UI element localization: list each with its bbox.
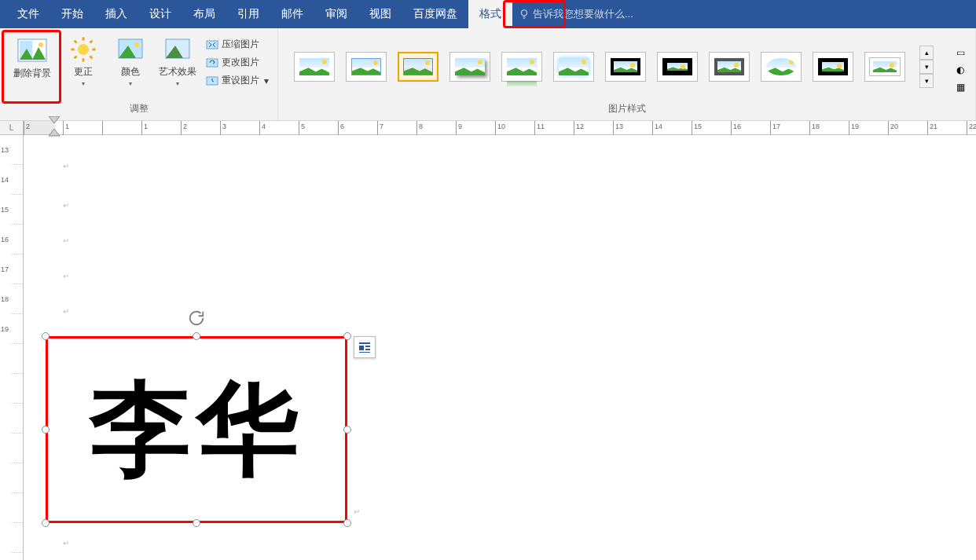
svg-rect-27 xyxy=(359,346,364,350)
change-icon xyxy=(206,57,218,69)
svg-point-17 xyxy=(134,42,139,47)
gallery-expand[interactable]: ▾ xyxy=(919,74,934,88)
tab-format[interactable]: 格式 xyxy=(468,0,512,28)
style-border[interactable] xyxy=(346,52,387,82)
chevron-down-icon: ▾ xyxy=(176,80,179,87)
ribbon: 删除背景 更正 ▾ 颜色 ▾ 艺术效果 ▾ 压缩图片 xyxy=(0,28,976,121)
tab-review[interactable]: 审阅 xyxy=(314,0,358,28)
chevron-down-icon: ▾ xyxy=(129,80,132,87)
lightbulb-icon xyxy=(519,9,530,20)
picture-effects-button[interactable]: ◐ xyxy=(956,64,970,77)
chevron-down-icon: ▾ xyxy=(264,75,269,86)
svg-line-11 xyxy=(74,41,76,43)
style-glow[interactable] xyxy=(553,52,594,82)
picture-layout-button[interactable]: ▦ xyxy=(956,82,970,94)
svg-rect-21 xyxy=(207,41,218,49)
tell-me-input[interactable]: 告诉我您想要做什么... xyxy=(519,7,633,21)
paragraph-mark: ↵ xyxy=(63,201,69,210)
paragraph-mark: ↵ xyxy=(63,272,69,280)
style-reflect[interactable] xyxy=(501,52,542,82)
gallery-scroll: ▴ ▾ ▾ xyxy=(919,46,934,88)
tab-mail[interactable]: 邮件 xyxy=(270,0,314,28)
style-frame-inset[interactable] xyxy=(813,52,853,82)
signature-text: 李华 xyxy=(56,346,337,513)
change-picture-button[interactable]: 更改图片 xyxy=(203,54,272,71)
style-shadow[interactable] xyxy=(449,52,490,82)
picture-border-button[interactable]: ▭ xyxy=(956,47,970,60)
style-frame-gray[interactable] xyxy=(709,52,750,82)
compress-icon xyxy=(206,38,218,51)
tab-baidu[interactable]: 百度网盘 xyxy=(402,0,468,28)
reset-label: 重设图片 xyxy=(222,74,259,87)
ruler-corner: L xyxy=(0,121,24,135)
image-frame: 李华 xyxy=(46,336,347,523)
group-styles-label: 图片样式 xyxy=(608,102,646,117)
svg-marker-25 xyxy=(49,129,60,136)
tab-home[interactable]: 开始 xyxy=(50,0,94,28)
resize-handle-tl[interactable] xyxy=(42,332,50,340)
remove-bg-label: 删除背景 xyxy=(13,68,51,80)
compress-label: 压缩图片 xyxy=(222,38,259,51)
color-label: 颜色 xyxy=(121,66,140,79)
picture-styles-gallery: ▴ ▾ ▾ xyxy=(283,31,948,88)
document-page[interactable]: ↵ ↵ ↵ ↵ ↵ ↵ ↵ 李华 xyxy=(27,138,976,560)
reset-icon xyxy=(206,75,218,87)
paragraph-mark: ↵ xyxy=(63,236,69,245)
svg-line-13 xyxy=(74,57,76,59)
corrections-label: 更正 xyxy=(74,66,93,79)
resize-handle-tr[interactable] xyxy=(343,332,351,340)
selected-image[interactable]: 李华 xyxy=(46,336,347,523)
menu-bar: 文件 开始 插入 设计 布局 引用 邮件 审阅 视图 百度网盘 格式 告诉我您想… xyxy=(0,0,976,28)
layout-options-button[interactable] xyxy=(354,336,376,358)
svg-rect-26 xyxy=(359,342,370,344)
svg-point-6 xyxy=(77,44,88,55)
corrections-button[interactable]: 更正 ▾ xyxy=(61,31,105,87)
remove-bg-icon xyxy=(17,36,47,64)
gallery-scroll-down[interactable]: ▾ xyxy=(919,60,934,74)
tell-me-placeholder: 告诉我您想要做什么... xyxy=(533,7,633,21)
tab-file[interactable]: 文件 xyxy=(6,0,50,28)
color-button[interactable]: 颜色 ▾ xyxy=(108,31,152,87)
compress-picture-button[interactable]: 压缩图片 xyxy=(203,36,272,53)
svg-point-0 xyxy=(522,10,527,16)
hanging-indent-marker[interactable] xyxy=(49,129,60,137)
resize-handle-br[interactable] xyxy=(343,519,351,527)
style-simple[interactable] xyxy=(294,52,335,82)
style-frame-white[interactable] xyxy=(864,52,905,82)
paragraph-mark: ↵ xyxy=(63,539,69,547)
svg-rect-30 xyxy=(359,352,370,353)
style-frame-thick[interactable] xyxy=(657,52,698,82)
remove-background-button[interactable]: 删除背景 xyxy=(6,31,58,80)
style-frame-black[interactable] xyxy=(605,52,646,82)
resize-handle-bl[interactable] xyxy=(42,519,50,527)
resize-handle-l[interactable] xyxy=(42,426,50,434)
style-selected[interactable] xyxy=(398,52,438,82)
resize-handle-t[interactable] xyxy=(193,332,200,340)
svg-point-5 xyxy=(39,42,43,47)
paragraph-mark: ↵ xyxy=(63,162,69,170)
artistic-label: 艺术效果 xyxy=(159,66,196,79)
gallery-scroll-up[interactable]: ▴ xyxy=(919,46,934,60)
paragraph-mark: ↵ xyxy=(354,507,360,516)
reset-picture-button[interactable]: 重设图片 ▾ xyxy=(203,72,272,89)
tab-layout[interactable]: 布局 xyxy=(182,0,226,28)
tab-view[interactable]: 视图 xyxy=(358,0,402,28)
svg-line-14 xyxy=(90,41,92,43)
group-adjust-label: 调整 xyxy=(130,102,149,117)
picture-color-icon xyxy=(117,36,144,63)
change-label: 更改图片 xyxy=(222,56,259,69)
ruler-horizontal[interactable]: 2112345678910111213141516171819202122232… xyxy=(24,121,976,135)
artistic-effects-button[interactable]: 艺术效果 ▾ xyxy=(156,31,200,87)
svg-marker-24 xyxy=(49,116,60,123)
rotate-handle[interactable] xyxy=(188,309,205,327)
tab-reference[interactable]: 引用 xyxy=(226,0,270,28)
tab-design[interactable]: 设计 xyxy=(138,0,182,28)
svg-rect-29 xyxy=(365,349,370,350)
resize-handle-b[interactable] xyxy=(193,519,200,527)
style-oval[interactable] xyxy=(761,52,802,82)
tab-insert[interactable]: 插入 xyxy=(94,0,138,28)
layout-options-icon xyxy=(358,340,372,354)
first-line-indent-marker[interactable] xyxy=(49,116,60,124)
resize-handle-r[interactable] xyxy=(343,426,351,434)
chevron-down-icon: ▾ xyxy=(82,80,85,87)
